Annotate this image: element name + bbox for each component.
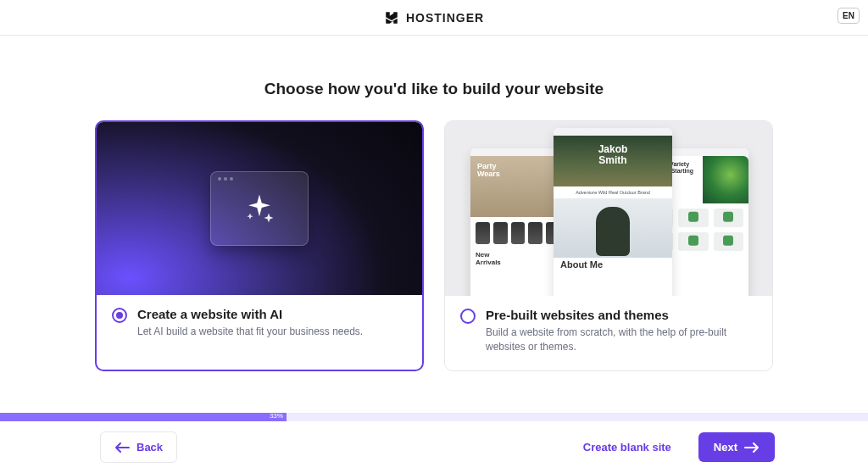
- progress-bar: 33%: [0, 413, 868, 421]
- ai-preview: [97, 122, 422, 295]
- top-bar: HOSTINGER EN: [0, 0, 868, 36]
- template-thumbnail-fashion: Party Wears New Arrivals: [470, 148, 565, 296]
- create-blank-site-button[interactable]: Create blank site: [580, 432, 675, 462]
- browser-thumbnail: [210, 171, 309, 246]
- arrow-left-icon: [114, 442, 130, 453]
- option-card-templates[interactable]: Party Wears New Arrivals Jakob Smith Adv…: [444, 120, 773, 371]
- option-card-ai[interactable]: Create a website with AI Let AI build a …: [95, 120, 424, 371]
- main-content: Choose how you'd like to build your webs…: [0, 36, 868, 371]
- option-title: Create a website with AI: [137, 307, 407, 321]
- template-thumbnail-portfolio: Jakob Smith Adventure Wild Real Outdoor …: [554, 128, 672, 296]
- blank-label: Create blank site: [583, 441, 671, 454]
- hostinger-logo: HOSTINGER: [384, 10, 484, 25]
- option-desc: Build a website from scratch, with the h…: [486, 326, 757, 355]
- radio-icon: [112, 308, 127, 323]
- sparkle-icon: [241, 190, 278, 227]
- window-dots-icon: [218, 177, 233, 181]
- brand-name: HOSTINGER: [406, 11, 484, 25]
- page-title: Choose how you'd like to build your webs…: [85, 80, 783, 98]
- templates-preview: Party Wears New Arrivals Jakob Smith Adv…: [445, 121, 772, 296]
- radio-icon: [460, 309, 476, 324]
- footer-actions: Back Create blank site Next: [0, 421, 868, 473]
- hostinger-logo-icon: [384, 10, 399, 25]
- card-body: Create a website with AI Let AI build a …: [97, 295, 422, 370]
- right-actions: Create blank site Next: [580, 432, 775, 462]
- option-title: Pre-built websites and themes: [486, 308, 757, 322]
- back-label: Back: [136, 441, 163, 454]
- next-label: Next: [714, 441, 737, 454]
- arrow-right-icon: [744, 442, 760, 453]
- progress-fill: 33%: [0, 413, 287, 421]
- next-button[interactable]: Next: [698, 432, 775, 462]
- card-body: Pre-built websites and themes Build a we…: [445, 296, 772, 370]
- option-cards: Create a website with AI Let AI build a …: [85, 120, 783, 371]
- progress-percent: 33%: [270, 412, 283, 420]
- language-selector[interactable]: EN: [837, 8, 860, 24]
- option-desc: Let AI build a website that fit your bus…: [137, 325, 407, 339]
- back-button[interactable]: Back: [100, 431, 177, 463]
